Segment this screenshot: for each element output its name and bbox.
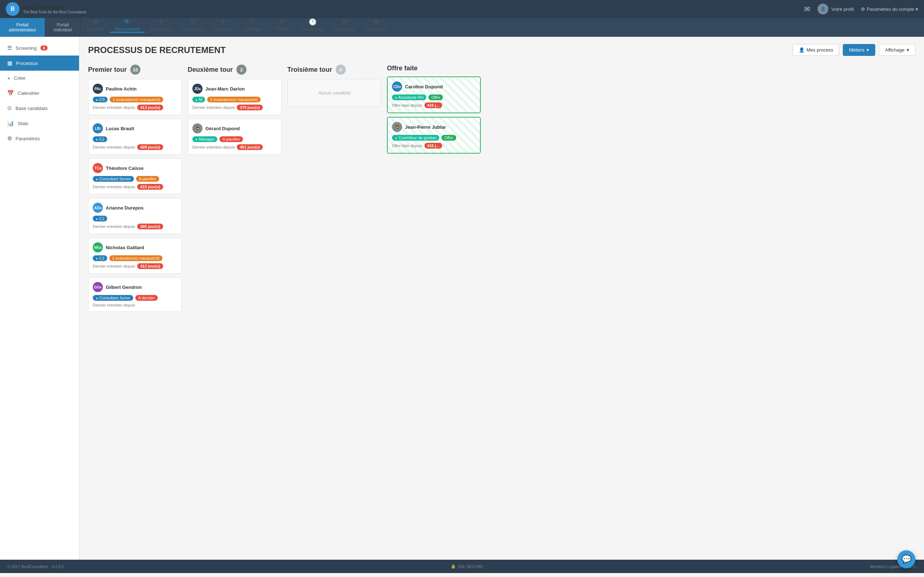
sidebar-item-calendrier[interactable]: 📅 Calendrier xyxy=(0,85,79,101)
metiers-button[interactable]: Métiers ▾ xyxy=(843,44,875,56)
nav-facturation[interactable]: ⊟ Facturation xyxy=(329,18,360,33)
nav-timesheets[interactable]: 🕐 Timesheets xyxy=(297,18,329,33)
nav-formations[interactable]: ☰ Formations xyxy=(177,18,209,33)
logo-text: BestConsultant The Best Tools for the Be… xyxy=(23,4,86,14)
plane-icon: ✈ xyxy=(221,18,226,26)
gear-icon: ⚙ xyxy=(861,6,865,12)
eye-icon: 👁 xyxy=(124,18,130,26)
card-jean-pierre-jublar[interactable]: 🧔 Jean-Pierre Jublar ⬧ Contrôleur de ges… xyxy=(387,117,481,154)
mail-icon[interactable]: ✉ xyxy=(804,5,810,13)
dashboard-icon: ⊞ xyxy=(373,18,379,26)
nav-sondages[interactable]: ? Sondages xyxy=(238,18,268,33)
nav-absences[interactable]: ✈ Absences xyxy=(209,18,238,33)
column-deuxieme-tour: Deuxième tour 2 JDa Jean-Marc Darlon ⬧ M… xyxy=(188,64,281,158)
question-icon: ? xyxy=(251,18,255,26)
col-header-premier-tour: Premier tour 10 xyxy=(88,64,182,75)
card-jean-marc-darlon[interactable]: JDa Jean-Marc Darlon ⬧ M 2 évaluation(s)… xyxy=(188,79,281,115)
nav-projets[interactable]: ≡ Projets xyxy=(268,18,297,33)
col-header-offre-faite: Offre faite xyxy=(387,64,481,72)
sidebar-item-stats[interactable]: 📊 Stats xyxy=(0,116,79,131)
tab-portail-individual[interactable]: Portailindividuel xyxy=(45,18,81,37)
sidebar: ☰ Screening 4 ▦ Processus + Créer 📅 Cale… xyxy=(0,37,79,560)
list-icon: ☰ xyxy=(7,45,12,51)
col-header-troisieme-tour: Troisième tour 0 xyxy=(287,64,381,75)
nav-evaluations[interactable]: ✎ Evaluations xyxy=(145,18,177,33)
card-nicholas-gaillard[interactable]: NGa Nicholas Gaillard ⬧ CJ 2 évaluation(… xyxy=(88,238,182,274)
clock-icon: 🕐 xyxy=(309,18,317,26)
column-offre-faite: Offre faite CDu Caroline Dupond ⬧ Assist… xyxy=(387,64,481,157)
ssl-badge: 🔒 SSL SECURE xyxy=(451,564,483,569)
avatar-pauline-achin: PAc xyxy=(93,84,103,94)
avatar-gilbert-gendron: GGe xyxy=(93,282,103,292)
app-body: ☰ Screening 4 ▦ Processus + Créer 📅 Cale… xyxy=(0,37,924,560)
avatar-jean-pierre-jublar: 🧔 xyxy=(392,122,402,132)
person-icon: 👤 xyxy=(799,47,804,53)
logo-icon: B xyxy=(6,2,19,16)
avatar-gerard-dupond: 🧔 xyxy=(192,123,202,134)
empty-troisieme-tour: Aucun candidat xyxy=(287,79,381,107)
list-icon: ≡ xyxy=(280,18,284,26)
card-pauline-achin[interactable]: PAc Pauline Achin ⬧ CS 2 évaluation(s) m… xyxy=(88,79,182,115)
chart-icon: 📊 xyxy=(7,120,14,127)
database-icon: ⊙ xyxy=(7,105,12,111)
calendar-icon: 📅 xyxy=(7,90,14,96)
top-bar: B BestConsultant The Best Tools for the … xyxy=(0,0,924,18)
kanban-board: Premier tour 10 PAc Pauline Achin ⬧ CS 2… xyxy=(88,64,915,316)
avatar-jean-marc-darlon: JDa xyxy=(192,84,202,94)
logo-area: B BestConsultant The Best Tools for the … xyxy=(6,2,86,16)
avatar-lucas-brault: LBr xyxy=(93,123,103,134)
copyright: © 2017 BestConsultant - V.2.0.2 xyxy=(7,564,64,569)
card-arianne-durepos[interactable]: ADu Arianne Durepos ⬧ CJ Dernier entreti… xyxy=(88,198,182,234)
book-icon: ☰ xyxy=(190,18,196,26)
avatar-theodore-caisse: TCa xyxy=(93,163,103,173)
grid-icon: ⊞ xyxy=(93,18,98,26)
sidebar-item-screening[interactable]: ☰ Screening 4 xyxy=(0,40,79,56)
avatar: 👤 xyxy=(817,3,828,15)
affichage-button[interactable]: Affichage ▾ xyxy=(879,44,915,56)
main-content: PROCESSUS DE RECRUTEMENT 👤 Mes process M… xyxy=(79,37,924,560)
card-caroline-dupond[interactable]: CDu Caroline Dupond ⬧ Assistante RH Offr… xyxy=(387,76,481,113)
portal-tabs: Portailadministrateur Portailindividuel … xyxy=(0,18,924,37)
mes-process-button[interactable]: 👤 Mes process xyxy=(793,44,840,56)
column-troisieme-tour: Troisième tour 0 Aucun candidat xyxy=(287,64,381,107)
screening-badge: 4 xyxy=(40,45,48,50)
card-gerard-dupond[interactable]: 🧔 Gérard Dupond ⬧ Manager A planifier De… xyxy=(188,119,281,155)
profile-button[interactable]: 👤 Votre profil xyxy=(817,3,854,15)
column-premier-tour: Premier tour 10 PAc Pauline Achin ⬧ CS 2… xyxy=(88,64,182,316)
chat-bubble-button[interactable]: 💬 xyxy=(897,550,915,568)
chevron-down-icon: ▾ xyxy=(867,47,869,53)
header-actions: 👤 Mes process Métiers ▾ Affichage ▾ xyxy=(793,44,915,56)
avatar-caroline-dupond: CDu xyxy=(392,82,402,92)
tab-portail-admin[interactable]: Portailadministrateur xyxy=(0,18,45,37)
gear-icon: ⚙ xyxy=(7,135,12,142)
col-header-deuxieme-tour: Deuxième tour 2 xyxy=(188,64,281,75)
avatar-arianne-durepos: ADu xyxy=(93,203,103,213)
kanban-icon: ▦ xyxy=(7,60,12,66)
plus-icon: + xyxy=(7,75,10,81)
lock-icon: 🔒 xyxy=(451,564,456,569)
settings-button[interactable]: ⚙ Parametres du compte ▾ xyxy=(861,6,918,12)
top-right: ✉ 👤 Votre profil ⚙ Parametres du compte … xyxy=(804,3,918,15)
chevron-down-icon: ▾ xyxy=(916,6,918,12)
card-theodore-caisse[interactable]: TCa Théodore Caisse ⬧ Consultant Senior … xyxy=(88,158,182,194)
invoice-icon: ⊟ xyxy=(342,18,347,26)
page-title: PROCESSUS DE RECRUTEMENT xyxy=(88,45,226,55)
sidebar-item-parametres[interactable]: ⚙ Paramètres xyxy=(0,131,79,146)
sidebar-item-creer[interactable]: + Créer xyxy=(0,71,79,85)
page-header: PROCESSUS DE RECRUTEMENT 👤 Mes process M… xyxy=(88,44,915,56)
sidebar-item-base-candidats[interactable]: ⊙ Base candidats xyxy=(0,101,79,116)
footer: © 2017 BestConsultant - V.2.0.2 🔒 SSL SE… xyxy=(0,560,924,573)
card-lucas-brault[interactable]: LBr Lucas Brault ⬧ CJ Dernier entretien … xyxy=(88,119,182,155)
edit-icon: ✎ xyxy=(158,18,163,26)
card-gilbert-gendron[interactable]: GGe Gilbert Gendron ⬧ Consultant Junior … xyxy=(88,277,182,312)
chat-icon: 💬 xyxy=(901,554,911,564)
chevron-down-icon: ▾ xyxy=(907,47,909,53)
nav-base-rh[interactable]: ⊞ Base RH xyxy=(81,18,110,33)
sidebar-item-processus[interactable]: ▦ Processus xyxy=(0,56,79,71)
avatar-nicholas-gaillard: NGa xyxy=(93,242,103,253)
nav-dashboard[interactable]: ⊞ Dashboard xyxy=(360,18,392,33)
nav-recrutement[interactable]: 👁 Recrutement xyxy=(110,18,145,33)
